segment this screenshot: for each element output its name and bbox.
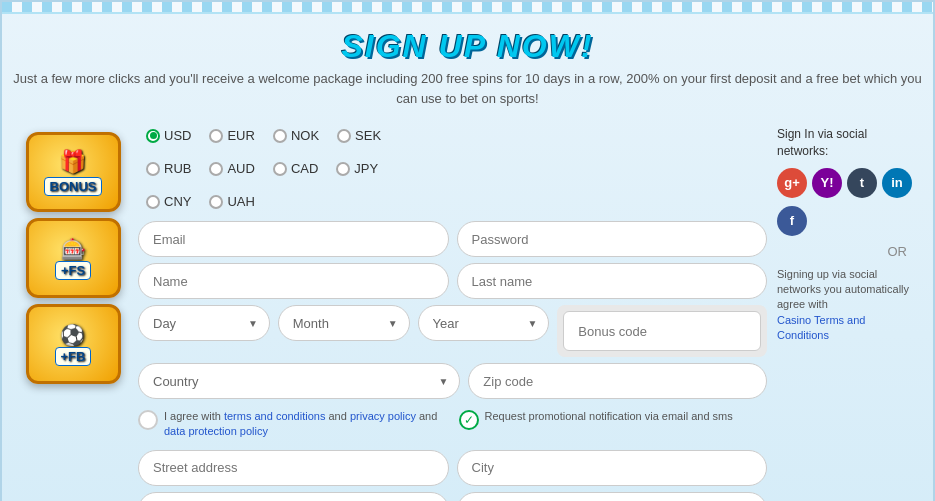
radio-rub[interactable] — [146, 162, 160, 176]
day-select-wrapper: Day ▼ — [138, 305, 270, 341]
currency-cny[interactable]: CNY — [146, 194, 191, 209]
promo-checkbox[interactable]: ✓ — [459, 410, 479, 430]
currency-usd-label: USD — [164, 128, 191, 143]
bonus-icon: 🎁 — [59, 149, 86, 175]
radio-nok[interactable] — [273, 129, 287, 143]
nickname-phone-row — [138, 492, 767, 501]
social-title: Sign In via social networks: — [777, 126, 917, 160]
currency-rub[interactable]: RUB — [146, 161, 191, 176]
terms-and2: and — [419, 410, 437, 422]
terms-link[interactable]: terms and conditions — [224, 410, 326, 422]
yahoo-signin-button[interactable]: Y! — [812, 168, 842, 198]
country-select[interactable]: Country — [138, 363, 460, 399]
currency-eur-label: EUR — [227, 128, 254, 143]
name-field[interactable] — [138, 263, 449, 299]
email-field[interactable] — [138, 221, 449, 257]
freebet-plus: ⚽ — [60, 323, 85, 347]
street-city-row — [138, 450, 767, 486]
phone-field[interactable] — [457, 492, 768, 501]
center-form: USD EUR NOK SEK RUB — [138, 122, 767, 501]
data-protection-link[interactable]: data protection policy — [164, 425, 268, 437]
terms-agree-text: I agree with terms and conditions and pr… — [164, 409, 447, 440]
terms-agree-item: I agree with terms and conditions and pr… — [138, 409, 447, 440]
social-icons-row-2: f — [777, 206, 917, 236]
bonus-badge: 🎁 BONUS — [26, 132, 121, 212]
subtitle-text: Just a few more clicks and you'll receiv… — [2, 69, 933, 108]
currency-uah[interactable]: UAH — [209, 194, 254, 209]
currency-rub-label: RUB — [164, 161, 191, 176]
currency-usd[interactable]: USD — [146, 128, 191, 143]
bonus-code-section — [557, 305, 767, 357]
date-bonus-row: Day ▼ Month ▼ Year ▼ — [138, 305, 767, 357]
page-wrapper: SIGN UP NOW! Just a few more clicks and … — [0, 0, 935, 501]
promo-agree-item: ✓ Request promotional notification via e… — [459, 409, 768, 430]
currency-row-3: CNY UAH — [138, 188, 767, 215]
name-row — [138, 263, 767, 299]
password-field[interactable] — [457, 221, 768, 257]
lastname-field[interactable] — [457, 263, 768, 299]
email-password-row — [138, 221, 767, 257]
radio-eur[interactable] — [209, 129, 223, 143]
radio-cny[interactable] — [146, 195, 160, 209]
right-panel: Sign In via social networks: g+ Y! t in … — [777, 122, 917, 501]
country-zip-row: Country ▼ — [138, 363, 767, 399]
tumblr-signin-button[interactable]: t — [847, 168, 877, 198]
currency-nok-label: NOK — [291, 128, 319, 143]
radio-jpy[interactable] — [336, 162, 350, 176]
terms-and: and — [328, 410, 349, 422]
month-select-wrapper: Month ▼ — [278, 305, 410, 341]
main-content: 🎁 BONUS 🎰 +FS ⚽ +FB — [2, 114, 933, 501]
freespins-badge: 🎰 +FS — [26, 218, 121, 298]
page-title: SIGN UP NOW! — [2, 28, 933, 65]
year-select[interactable]: Year — [418, 305, 550, 341]
promo-agree-text: Request promotional notification via ema… — [485, 409, 733, 424]
nickname-field[interactable] — [138, 492, 449, 501]
currency-eur[interactable]: EUR — [209, 128, 254, 143]
currency-row: USD EUR NOK SEK — [138, 122, 767, 149]
radio-usd[interactable] — [146, 129, 160, 143]
bonus-label: BONUS — [44, 177, 103, 196]
street-field[interactable] — [138, 450, 449, 486]
terms-checkbox[interactable] — [138, 410, 158, 430]
agreement-row: I agree with terms and conditions and pr… — [138, 405, 767, 444]
freespins-plus: 🎰 — [61, 237, 86, 261]
currency-aud[interactable]: AUD — [209, 161, 254, 176]
bonus-code-field[interactable] — [563, 311, 761, 351]
wave-top-decoration — [2, 2, 933, 14]
currency-cny-label: CNY — [164, 194, 191, 209]
freebet-label: +FB — [55, 347, 92, 366]
currency-cad[interactable]: CAD — [273, 161, 318, 176]
freespins-label: +FS — [55, 261, 91, 280]
currency-sek[interactable]: SEK — [337, 128, 381, 143]
social-note: Signing up via social networks you autom… — [777, 267, 917, 344]
freebet-badge: ⚽ +FB — [26, 304, 121, 384]
google-signin-button[interactable]: g+ — [777, 168, 807, 198]
city-field[interactable] — [457, 450, 768, 486]
month-select[interactable]: Month — [278, 305, 410, 341]
currency-nok[interactable]: NOK — [273, 128, 319, 143]
casino-terms-link[interactable]: Casino Terms and Conditions — [777, 314, 865, 341]
social-note-text: Signing up via social networks you autom… — [777, 268, 909, 311]
title-section: SIGN UP NOW! Just a few more clicks and … — [2, 14, 933, 114]
facebook-signin-button[interactable]: f — [777, 206, 807, 236]
zip-field[interactable] — [468, 363, 767, 399]
privacy-link[interactable]: privacy policy — [350, 410, 416, 422]
currency-jpy[interactable]: JPY — [336, 161, 378, 176]
currency-row-2: RUB AUD CAD JPY — [138, 155, 767, 182]
left-badges: 🎁 BONUS 🎰 +FS ⚽ +FB — [18, 122, 128, 501]
radio-cad[interactable] — [273, 162, 287, 176]
currency-uah-label: UAH — [227, 194, 254, 209]
radio-uah[interactable] — [209, 195, 223, 209]
currency-aud-label: AUD — [227, 161, 254, 176]
radio-aud[interactable] — [209, 162, 223, 176]
country-select-wrapper: Country ▼ — [138, 363, 460, 399]
terms-text: I agree with — [164, 410, 224, 422]
social-icons-row: g+ Y! t in — [777, 168, 917, 198]
linkedin-signin-button[interactable]: in — [882, 168, 912, 198]
day-select[interactable]: Day — [138, 305, 270, 341]
radio-sek[interactable] — [337, 129, 351, 143]
or-divider: OR — [777, 244, 917, 259]
currency-sek-label: SEK — [355, 128, 381, 143]
currency-jpy-label: JPY — [354, 161, 378, 176]
currency-cad-label: CAD — [291, 161, 318, 176]
